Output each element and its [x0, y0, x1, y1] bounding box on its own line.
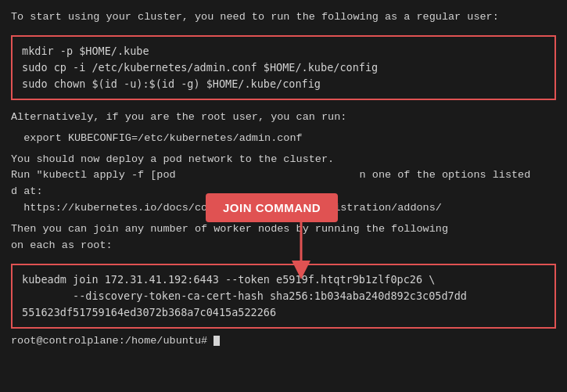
terminal-prompt: root@controlplane:/home/ubuntu#: [11, 333, 556, 350]
code-block: mkdir -p $HOME/.kube sudo cp -i /etc/kub…: [11, 35, 556, 100]
terminal-text: Alternatively, if you are the root user,…: [11, 110, 556, 126]
terminal-text: You should now deploy a pod network to t…: [11, 152, 556, 168]
join-command-button[interactable]: JOIN COMMAND: [206, 193, 338, 222]
cursor: [214, 336, 220, 346]
terminal-text: on each as root:: [11, 238, 556, 254]
terminal-text: export KUBECONFIG=/etc/kubernetes/admin.…: [11, 131, 556, 147]
terminal-text: To start using your cluster, you need to…: [11, 9, 556, 26]
terminal-text: Run "kubectl apply -f [pod n one of the …: [11, 167, 556, 184]
code-block: kubeadm join 172.31.41.192:6443 --token …: [11, 264, 556, 329]
terminal-text: Then you can join any number of worker n…: [11, 221, 556, 238]
